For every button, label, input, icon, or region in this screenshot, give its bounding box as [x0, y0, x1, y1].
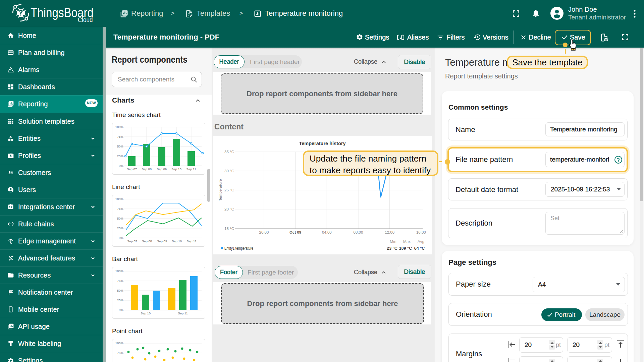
svg-text:25 °C: 25 °C	[224, 188, 234, 192]
svg-text:100%: 100%	[115, 269, 124, 273]
svg-text:Sep 11: Sep 11	[186, 167, 196, 171]
svg-text:08:00: 08:00	[354, 230, 363, 234]
svg-text:0%: 0%	[119, 236, 123, 240]
svg-text:75%: 75%	[117, 279, 124, 283]
svg-text:Sep 11: Sep 11	[186, 239, 196, 243]
svg-text:35 °C: 35 °C	[224, 150, 234, 154]
svg-text:Min: Min	[390, 239, 396, 244]
svg-text:Sep 07: Sep 07	[127, 239, 137, 243]
svg-text:50%: 50%	[117, 144, 124, 148]
svg-text:25%: 25%	[117, 226, 124, 230]
svg-text:75%: 75%	[117, 135, 124, 138]
svg-text:30 °C: 30 °C	[224, 169, 234, 173]
svg-text:75%: 75%	[117, 351, 124, 355]
svg-text:64 °C: 64 °C	[414, 246, 425, 251]
svg-text:75%: 75%	[117, 207, 124, 210]
svg-text:Sep 07: Sep 07	[127, 167, 137, 171]
svg-text:0%: 0%	[119, 308, 123, 312]
svg-text:50%: 50%	[117, 217, 124, 220]
svg-text:Sep 10: Sep 10	[171, 167, 181, 171]
svg-text:0%: 0%	[119, 164, 123, 168]
svg-text:12:00: 12:00	[385, 230, 394, 234]
svg-text:20 °C: 20 °C	[224, 207, 234, 211]
svg-text:15 °C: 15 °C	[224, 227, 234, 231]
svg-text:Sep 11: Sep 11	[178, 311, 187, 315]
svg-text:50%: 50%	[117, 289, 124, 292]
svg-text:Sep 09: Sep 09	[157, 167, 167, 171]
svg-text:25%: 25%	[117, 154, 124, 158]
svg-text:100%: 100%	[115, 125, 124, 129]
svg-text:Sep 10: Sep 10	[172, 239, 182, 243]
svg-text:109 °C: 109 °C	[399, 246, 412, 251]
svg-text:Sep 09: Sep 09	[157, 239, 167, 243]
svg-text:Temperature: Temperature	[218, 179, 222, 201]
svg-text:04:00: 04:00	[322, 230, 332, 234]
svg-text:100%: 100%	[115, 197, 124, 201]
svg-text:Temperature history: Temperature history	[299, 141, 345, 146]
svg-text:25%: 25%	[117, 298, 124, 302]
svg-text:Sep 10: Sep 10	[141, 311, 151, 315]
svg-text:23 °C: 23 °C	[387, 246, 397, 251]
svg-text:16:00: 16:00	[416, 230, 426, 234]
svg-text:20:00: 20:00	[259, 230, 269, 234]
svg-text:Oct 09: Oct 09	[289, 230, 301, 234]
svg-text:Entity1 temperature: Entity1 temperature	[224, 246, 253, 251]
svg-text:Avg: Avg	[418, 239, 424, 244]
svg-text:Max: Max	[403, 239, 411, 244]
svg-text:100%: 100%	[115, 341, 124, 345]
svg-text:Sep 08: Sep 08	[142, 167, 152, 171]
svg-text:Sep 08: Sep 08	[142, 239, 152, 243]
